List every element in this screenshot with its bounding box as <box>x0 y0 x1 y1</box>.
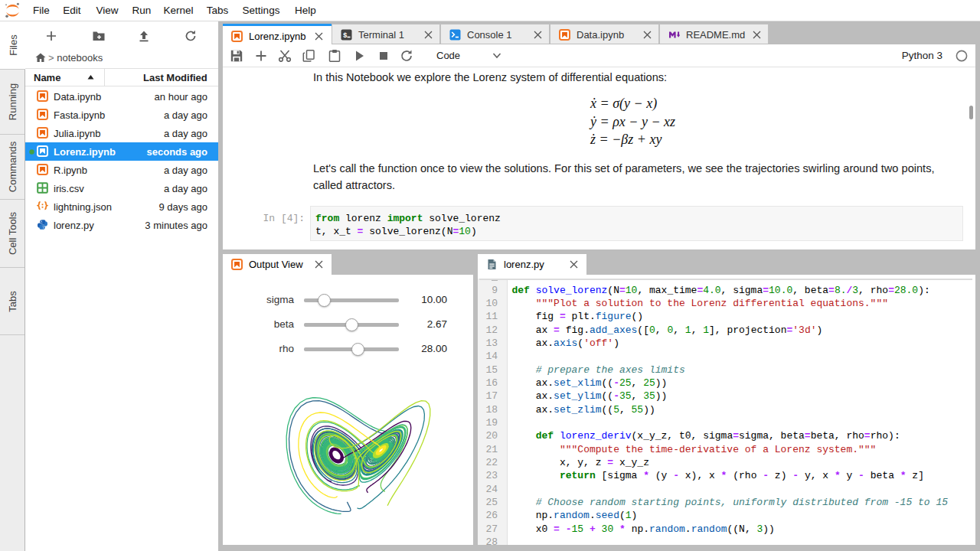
svg-text:$: $ <box>343 32 348 40</box>
